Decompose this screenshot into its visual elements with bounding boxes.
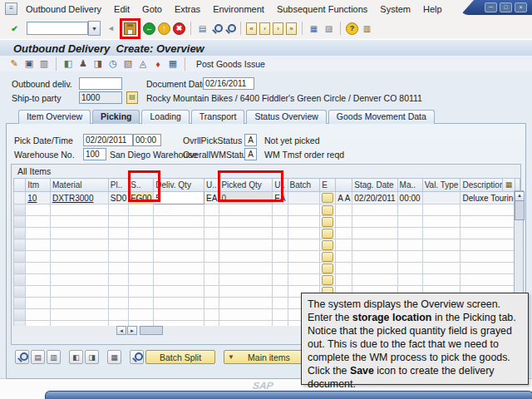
- vertical-scroll-thumb[interactable]: [515, 200, 525, 220]
- warehouse-no-input[interactable]: 100: [83, 148, 106, 160]
- item-detail-button[interactable]: ▤: [31, 350, 45, 364]
- document-date-input[interactable]: 02/16/2011: [203, 77, 254, 90]
- back-icon[interactable]: ←: [143, 22, 155, 35]
- cell-batch: [288, 204, 320, 216]
- outbound-deliv-input[interactable]: [79, 77, 122, 90]
- sort-descending-button[interactable]: ◨: [85, 350, 99, 364]
- menu-item-edit[interactable]: Edit: [114, 4, 130, 14]
- split-icon[interactable]: ◧: [62, 58, 74, 70]
- change-icon[interactable]: ✎: [8, 58, 20, 70]
- column-header-material[interactable]: Material: [50, 179, 108, 192]
- cell-date: [352, 239, 397, 251]
- menu-item-goto[interactable]: Goto: [142, 4, 162, 14]
- cell-picked: [219, 263, 273, 274]
- item-detail-button[interactable]: [322, 252, 333, 262]
- find-icon[interactable]: [211, 23, 222, 34]
- calendar-icon[interactable]: ▦: [167, 58, 179, 70]
- menu-item-environment[interactable]: Environment: [213, 4, 264, 14]
- cell-s: [129, 239, 154, 251]
- column-header-batch[interactable]: Batch: [288, 179, 320, 192]
- item-detail-button[interactable]: [322, 229, 333, 239]
- scroll-right-icon[interactable]: ►: [127, 326, 137, 335]
- column-header-e[interactable]: E: [320, 179, 336, 192]
- column-header-itm[interactable]: Itm: [26, 179, 51, 192]
- unload-icon[interactable]: ◨: [92, 58, 104, 70]
- print-icon[interactable]: ▤: [196, 22, 209, 35]
- cell-mat: [50, 263, 108, 274]
- previous-page-icon[interactable]: ‹: [259, 22, 270, 35]
- maximize-button[interactable]: □: [500, 2, 512, 12]
- new-session-icon[interactable]: ▦: [308, 22, 320, 35]
- cell-itm[interactable]: 10: [26, 192, 51, 204]
- command-dropdown-button[interactable]: ▼: [88, 21, 101, 36]
- next-page-icon[interactable]: ›: [273, 22, 283, 35]
- cell-batch[interactable]: [288, 192, 320, 204]
- column-header-pl-[interactable]: Pl..: [108, 179, 128, 192]
- post-goods-issue-button[interactable]: Post Goods Issue: [191, 58, 270, 70]
- command-field[interactable]: [27, 22, 88, 35]
- packing-icon[interactable]: ▧: [122, 58, 134, 70]
- close-button[interactable]: ×: [515, 2, 527, 12]
- batch-split-button[interactable]: Batch Split: [145, 350, 215, 364]
- menu-item-system[interactable]: System: [380, 4, 411, 14]
- item-detail-button[interactable]: [322, 275, 333, 285]
- tab-goods-movement-data[interactable]: Goods Movement Data: [328, 110, 435, 124]
- menu-item-extras[interactable]: Extras: [175, 4, 200, 14]
- cancel-icon[interactable]: ✖: [173, 22, 185, 35]
- cell-picked: [219, 274, 273, 286]
- scroll-left-icon[interactable]: ◄: [116, 326, 126, 335]
- cell-qty[interactable]: 5: [154, 192, 204, 204]
- first-page-icon[interactable]: «: [246, 22, 257, 35]
- tab-transport[interactable]: Transport: [191, 110, 245, 124]
- last-page-icon[interactable]: »: [286, 22, 297, 35]
- help-icon[interactable]: ?: [346, 22, 358, 35]
- item-detail-button[interactable]: [322, 205, 333, 215]
- minimize-button[interactable]: ─: [485, 2, 497, 12]
- column-header-val-type[interactable]: Val. Type: [422, 179, 461, 192]
- cell-e: [320, 204, 336, 216]
- item-detail-button[interactable]: [322, 193, 333, 203]
- pick-time-input[interactable]: 00:00: [133, 134, 161, 146]
- item-detail-button[interactable]: [322, 217, 333, 227]
- exit-icon[interactable]: ↑: [158, 22, 170, 35]
- cell-mat[interactable]: DXTR3000: [50, 192, 108, 204]
- main-items-button[interactable]: ▼ Main items: [224, 350, 305, 364]
- tab-loading[interactable]: Loading: [141, 110, 189, 124]
- menu-item-outbound-delivery[interactable]: Outbound Delivery: [26, 4, 101, 14]
- find-item-button[interactable]: [15, 350, 29, 364]
- menu-item-help[interactable]: Help: [423, 4, 442, 14]
- item-conditions-button[interactable]: ▦: [107, 350, 121, 364]
- column-header-ma-[interactable]: Ma..: [397, 179, 422, 192]
- layout-menu-icon[interactable]: ▥: [361, 22, 373, 35]
- back-chevron-icon[interactable]: ◄: [105, 22, 117, 35]
- tab-picking[interactable]: Picking: [92, 110, 140, 124]
- copy-icon[interactable]: ▣: [23, 58, 35, 70]
- item-detail-button[interactable]: [322, 264, 333, 273]
- partner-icon[interactable]: ♟: [77, 58, 89, 70]
- column-header-blank[interactable]: [336, 179, 352, 192]
- enter-button[interactable]: ✔: [7, 21, 22, 37]
- address-note-icon[interactable]: ▤: [126, 91, 138, 104]
- menu-item-subsequent-functions[interactable]: Subsequent Functions: [277, 4, 367, 14]
- generate-shortcut-icon[interactable]: ▨: [323, 22, 335, 35]
- item-detail-button[interactable]: [322, 240, 333, 250]
- loading-time-icon[interactable]: ◷: [107, 58, 119, 70]
- item-list-button[interactable]: ▥: [47, 350, 61, 364]
- system-menu-icon[interactable]: ≡: [5, 2, 17, 15]
- ship-to-party-input[interactable]: 1000: [79, 91, 122, 104]
- column-header-selector[interactable]: [14, 179, 26, 192]
- tab-item-overview[interactable]: Item Overview: [18, 110, 91, 124]
- save-icon[interactable]: [124, 22, 136, 35]
- column-header-deliv-qty[interactable]: Deliv. Qty: [154, 179, 204, 192]
- cell-ma: [397, 228, 422, 239]
- tab-status-overview[interactable]: Status Overview: [246, 110, 326, 124]
- find-next-icon[interactable]: [224, 23, 235, 34]
- column-header-stag-date[interactable]: Stag. Date: [352, 179, 397, 192]
- horizontal-scroll-thumb[interactable]: [140, 326, 163, 335]
- sort-ascending-button[interactable]: ◧: [69, 350, 83, 364]
- scale-icon[interactable]: ◬: [137, 58, 149, 70]
- batch-search-button[interactable]: [130, 350, 144, 364]
- incompletion-icon[interactable]: ♦: [152, 58, 164, 70]
- delete-icon[interactable]: ▥: [38, 58, 50, 70]
- pick-date-input[interactable]: 02/20/2011: [83, 134, 133, 146]
